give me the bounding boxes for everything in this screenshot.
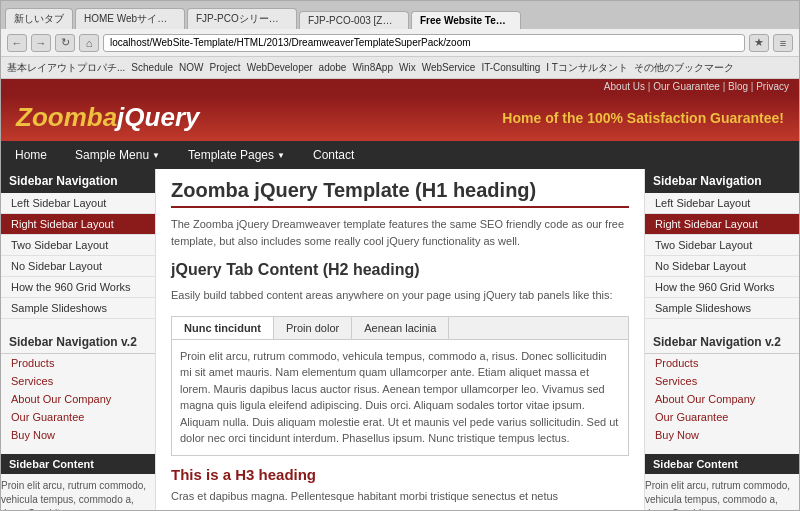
menu-button[interactable]: ≡ — [773, 34, 793, 52]
left-v2-buy[interactable]: Buy Now — [1, 426, 155, 444]
bm-win8[interactable]: Win8App — [352, 62, 393, 73]
logo-jquery: jQuery — [117, 102, 199, 132]
right-sidebar-nav-title: Sidebar Navigation — [645, 169, 799, 193]
left-sidebar-content-box: Sidebar Content Proin elit arcu, rutrum … — [1, 454, 155, 510]
bm-it[interactable]: IT-Consulting — [481, 62, 540, 73]
section-desc: Easily build tabbed content areas anywhe… — [171, 287, 629, 304]
tab-fjp1[interactable]: FJP-PCOシリーズ [PCサイ... — [187, 8, 297, 29]
left-nav-item-960[interactable]: How the 960 Grid Works — [1, 277, 155, 298]
bookmarks-bar: 基本レイアウトプロパチ... Schedule NOW Project WebD… — [1, 57, 799, 79]
h3-text: Cras et dapibus magna. Pellentesque habi… — [171, 488, 629, 505]
left-sidebar-content-title: Sidebar Content — [1, 454, 155, 474]
nav-contact[interactable]: Contact — [299, 142, 368, 168]
guarantee-link[interactable]: Our Guarantee — [653, 81, 720, 92]
tab-bar: 新しいタブ HOME Webサイト製品カゴ... FJP-PCOシリーズ [PC… — [1, 1, 799, 29]
home-button[interactable]: ⌂ — [79, 34, 99, 52]
right-nav-item-960[interactable]: How the 960 Grid Works — [645, 277, 799, 298]
right-sidebar-content-box: Sidebar Content Proin elit arcu, rutrum … — [645, 454, 799, 510]
h3-heading: This is a H3 heading — [171, 466, 629, 483]
right-nav-item-right[interactable]: Right Sidebar Layout — [645, 214, 799, 235]
left-nav-item-left[interactable]: Left Sidebar Layout — [1, 193, 155, 214]
tab-aenean[interactable]: Aenean lacinia — [352, 317, 449, 339]
main-nav: Home Sample Menu ▼ Template Pages ▼ Cont… — [1, 141, 799, 169]
left-v2-about[interactable]: About Our Company — [1, 390, 155, 408]
intro-text: The Zoomba jQuery Dreamweaver template f… — [171, 216, 629, 249]
nav-bar: ← → ↻ ⌂ ★ ≡ — [1, 29, 799, 57]
page-title: Zoomba jQuery Template (H1 heading) — [171, 179, 629, 208]
address-bar[interactable] — [103, 34, 745, 52]
right-nav-item-no[interactable]: No Sidebar Layout — [645, 256, 799, 277]
tab-nunc[interactable]: Nunc tincidunt — [172, 317, 274, 339]
tab-free[interactable]: Free Website Template... — [411, 11, 521, 29]
right-sidebar-v2-title: Sidebar Navigation v.2 — [645, 329, 799, 354]
left-v2-services[interactable]: Services — [1, 372, 155, 390]
right-sidebar: Sidebar Navigation Left Sidebar Layout R… — [644, 169, 799, 510]
right-v2-products[interactable]: Products — [645, 354, 799, 372]
nav-sample-arrow: ▼ — [152, 151, 160, 160]
tab-content: Proin elit arcu, rutrum commodo, vehicul… — [172, 340, 628, 455]
right-nav-item-slide[interactable]: Sample Slideshows — [645, 298, 799, 319]
right-v2-about[interactable]: About Our Company — [645, 390, 799, 408]
forward-button[interactable]: → — [31, 34, 51, 52]
logo-zoomba: Zoomba — [16, 102, 117, 132]
bm-wix[interactable]: Wix — [399, 62, 416, 73]
right-nav-item-left[interactable]: Left Sidebar Layout — [645, 193, 799, 214]
left-nav-item-no[interactable]: No Sidebar Layout — [1, 256, 155, 277]
right-sidebar-nav-box: Sidebar Navigation Left Sidebar Layout R… — [645, 169, 799, 319]
website: About Us | Our Guarantee | Blog | Privac… — [1, 79, 799, 510]
nav-home[interactable]: Home — [1, 142, 61, 168]
bm-adobe[interactable]: adobe — [319, 62, 347, 73]
header: ZoombajQuery Home of the 100% Satisfacti… — [1, 94, 799, 141]
nav-template-arrow: ▼ — [277, 151, 285, 160]
nav-sample[interactable]: Sample Menu ▼ — [61, 142, 174, 168]
section-title: jQuery Tab Content (H2 heading) — [171, 261, 629, 279]
right-sidebar-v2-box: Sidebar Navigation v.2 Products Services… — [645, 329, 799, 444]
left-sidebar-v2-title: Sidebar Navigation v.2 — [1, 329, 155, 354]
about-link[interactable]: About Us — [604, 81, 645, 92]
bm-webservice[interactable]: WebService — [422, 62, 476, 73]
bm-itcons[interactable]: I Tコンサルタント — [546, 61, 627, 75]
nav-template[interactable]: Template Pages ▼ — [174, 142, 299, 168]
left-nav-item-slide[interactable]: Sample Slideshows — [1, 298, 155, 319]
left-sidebar-content-text: Proin elit arcu, rutrum commodo, vehicul… — [1, 479, 155, 510]
browser-window: 新しいタブ HOME Webサイト製品カゴ... FJP-PCOシリーズ [PC… — [0, 0, 800, 511]
right-v2-buy[interactable]: Buy Now — [645, 426, 799, 444]
bm-now[interactable]: NOW — [179, 62, 203, 73]
bm-kihon[interactable]: 基本レイアウトプロパチ... — [7, 61, 125, 75]
reload-button[interactable]: ↻ — [55, 34, 75, 52]
bm-schedule[interactable]: Schedule — [131, 62, 173, 73]
left-nav-item-two[interactable]: Two Sidebar Layout — [1, 235, 155, 256]
left-nav-item-right[interactable]: Right Sidebar Layout — [1, 214, 155, 235]
tabs-header: Nunc tincidunt Proin dolor Aenean lacini… — [172, 317, 628, 340]
left-v2-products[interactable]: Products — [1, 354, 155, 372]
bm-project[interactable]: Project — [210, 62, 241, 73]
right-sidebar-content-text: Proin elit arcu, rutrum commodo, vehicul… — [645, 479, 799, 510]
right-sidebar-content-title: Sidebar Content — [645, 454, 799, 474]
bookmark-button[interactable]: ★ — [749, 34, 769, 52]
center-content: Zoomba jQuery Template (H1 heading) The … — [156, 169, 644, 510]
privacy-link[interactable]: Privacy — [756, 81, 789, 92]
left-sidebar-nav-title: Sidebar Navigation — [1, 169, 155, 193]
tab-proin[interactable]: Proin dolor — [274, 317, 352, 339]
left-v2-guarantee[interactable]: Our Guarantee — [1, 408, 155, 426]
right-v2-services[interactable]: Services — [645, 372, 799, 390]
bm-other[interactable]: その他のブックマーク — [634, 61, 734, 75]
left-sidebar: Sidebar Navigation Left Sidebar Layout R… — [1, 169, 156, 510]
tab-new[interactable]: 新しいタブ — [5, 8, 73, 29]
main-layout: Sidebar Navigation Left Sidebar Layout R… — [1, 169, 799, 510]
logo: ZoombajQuery — [16, 102, 199, 133]
bm-webdev[interactable]: WebDeveloper — [247, 62, 313, 73]
left-sidebar-nav-box: Sidebar Navigation Left Sidebar Layout R… — [1, 169, 155, 319]
tab-fjp2[interactable]: FJP-PCO-003 [ZOOMB... — [299, 11, 409, 29]
tabs-container: Nunc tincidunt Proin dolor Aenean lacini… — [171, 316, 629, 456]
tagline: Home of the 100% Satisfaction Guarantee! — [502, 110, 784, 126]
left-sidebar-v2-box: Sidebar Navigation v.2 Products Services… — [1, 329, 155, 444]
right-nav-item-two[interactable]: Two Sidebar Layout — [645, 235, 799, 256]
top-links: About Us | Our Guarantee | Blog | Privac… — [1, 79, 799, 94]
back-button[interactable]: ← — [7, 34, 27, 52]
blog-link[interactable]: Blog — [728, 81, 748, 92]
tab-home[interactable]: HOME Webサイト製品カゴ... — [75, 8, 185, 29]
right-v2-guarantee[interactable]: Our Guarantee — [645, 408, 799, 426]
